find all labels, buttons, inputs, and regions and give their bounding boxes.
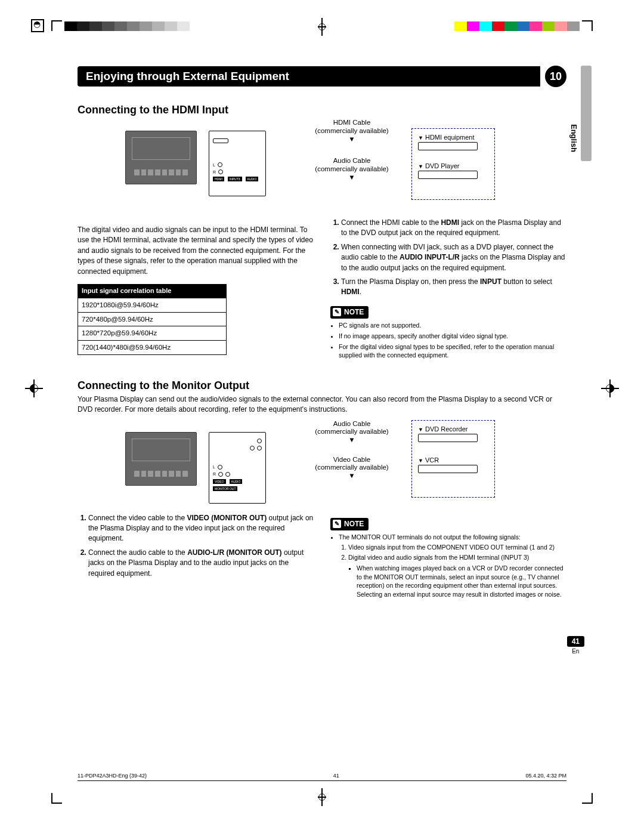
- audio-cable-label: Audio Cable: [310, 420, 394, 428]
- note-label: NOTE: [344, 519, 364, 529]
- down-arrow-icon: ▼: [418, 458, 423, 464]
- jack-l-label: L: [213, 465, 215, 469]
- footer-file: 11-PDP42A3HD-Eng (39-42): [78, 773, 147, 779]
- note-badge: ✎ NOTE: [330, 518, 369, 530]
- footer-page-num: 41: [333, 773, 339, 779]
- panel-audio-label: AUDIO: [230, 479, 243, 484]
- down-arrow-icon: ▼: [310, 135, 394, 144]
- device-icon: [418, 171, 478, 179]
- language-tab: English: [581, 66, 592, 161]
- step-1: Connect the video cable to the VIDEO (MO…: [88, 513, 314, 544]
- note-sub-text: Digital video and audio signals from the…: [348, 554, 529, 561]
- note-item: The MONITOR OUT terminals do not output …: [339, 533, 566, 599]
- grayscale-swatches: [64, 21, 190, 31]
- footer-timestamp: 05.4.20, 4:32 PM: [525, 773, 566, 779]
- hdmi-equipment-label: HDMI equipment: [425, 134, 475, 141]
- hdmi-intro-paragraph: The digital video and audio signals can …: [78, 225, 314, 277]
- note-badge: ✎ NOTE: [330, 306, 369, 319]
- step-text: Connect the audio cable to the: [88, 548, 187, 557]
- hdmi-cable-sub: (commercially available): [310, 127, 394, 135]
- video-cable-label: Video Cable: [310, 456, 394, 464]
- center-registration-icon: [317, 21, 327, 32]
- down-arrow-icon: ▼: [418, 427, 423, 433]
- center-registration-icon: [317, 792, 327, 803]
- footer-metadata: 11-PDP42A3HD-Eng (39-42) 41 05.4.20, 4:3…: [78, 773, 566, 781]
- output-panel-icon: L R VIDEO AUDIO MONITOR OUT: [209, 432, 266, 504]
- crop-mark-icon: [51, 20, 62, 31]
- down-arrow-icon: ▼: [418, 135, 423, 141]
- jack-l-label: L: [213, 163, 215, 167]
- panel-input3-label: INPUT3: [228, 177, 242, 181]
- table-header: Input signal correlation table: [78, 285, 226, 298]
- audio-cable-sub: (commercially available): [310, 428, 394, 436]
- chapter-title: Enjoying through External Equipment: [78, 66, 540, 87]
- pencil-icon: ✎: [333, 308, 341, 316]
- hdmi-connection-diagram: L R HDMI INPUT3 AUDIO HDMI Cable (commer…: [125, 119, 566, 214]
- signal-table: Input signal correlation table 1920*1080…: [78, 284, 227, 355]
- section-heading-hdmi: Connecting to the HDMI Input: [78, 104, 566, 116]
- panel-hdmi-label: HDMI: [213, 177, 224, 181]
- chapter-number-badge: 10: [545, 66, 566, 87]
- down-arrow-icon: ▼: [310, 174, 394, 182]
- table-row: 720(1440)*480i@59.94/60Hz: [78, 340, 226, 354]
- crop-mark-icon: [582, 793, 593, 804]
- audio-cable-sub: (commercially available): [310, 165, 394, 174]
- step-text: Connect the HDMI cable to the: [341, 218, 441, 227]
- step-text: Connect the video cable to the: [88, 514, 187, 522]
- pencil-icon: ✎: [333, 520, 341, 528]
- monitor-intro-paragraph: Your Plasma Display can send out the aud…: [78, 394, 566, 415]
- tv-rear-icon: [125, 131, 197, 184]
- step-text: Turn the Plasma Display on, then press t…: [341, 277, 480, 286]
- step-bold: INPUT: [480, 277, 501, 286]
- device-icon: [418, 142, 478, 150]
- video-cable-sub: (commercially available): [310, 464, 394, 472]
- color-swatches: [454, 21, 580, 31]
- side-registration-icon: [27, 382, 41, 395]
- note-item: If no image appears, specify another dig…: [339, 332, 566, 341]
- equipment-group: ▼ HDMI equipment ▼ DVD Player: [411, 128, 495, 200]
- step-1: Connect the HDMI cable to the HDMI jack …: [341, 218, 566, 239]
- note-sub-list: Video signals input from the COMPONENT V…: [339, 543, 566, 599]
- table-row: 1280*720p@59.94/60Hz: [78, 326, 226, 340]
- vcr-label: VCR: [425, 456, 439, 464]
- panel-audio-label: AUDIO: [246, 177, 259, 181]
- down-arrow-icon: ▼: [310, 436, 394, 445]
- crop-mark-icon: [582, 20, 593, 31]
- side-registration-icon: [603, 382, 617, 395]
- page-number-badge: 41: [567, 636, 584, 647]
- step-bold: VIDEO (MONITOR OUT): [187, 514, 267, 522]
- hdmi-cable-label: HDMI Cable: [310, 119, 394, 127]
- page-lang-abbrev: En: [567, 648, 584, 655]
- crop-mark-icon: [51, 793, 62, 804]
- language-label: English: [569, 124, 578, 152]
- note-item: For the digital video signal types to be…: [339, 342, 566, 360]
- jack-r-label: R: [213, 472, 216, 476]
- table-row: 1920*1080i@59.94/60Hz: [78, 298, 226, 312]
- registration-mark-icon: [31, 19, 44, 32]
- note-label: NOTE: [344, 307, 364, 317]
- equipment-group: ▼ DVD Recorder ▼ VCR: [411, 420, 495, 498]
- note-intro-text: The MONITOR OUT terminals do not output …: [339, 533, 521, 541]
- device-icon: [418, 465, 478, 473]
- note-sub-item: Digital video and audio signals from the…: [348, 553, 566, 598]
- note-item: PC signals are not supported.: [339, 321, 566, 330]
- step-text: button to select: [501, 277, 552, 286]
- tv-rear-icon: [125, 432, 197, 486]
- input-panel-icon: L R HDMI INPUT3 AUDIO: [209, 131, 266, 196]
- down-arrow-icon: ▼: [418, 163, 423, 169]
- step-bold: AUDIO INPUT-L/R: [400, 253, 460, 261]
- hdmi-steps: Connect the HDMI cable to the HDMI jack …: [330, 218, 566, 298]
- table-row: 720*480p@59.94/60Hz: [78, 312, 226, 326]
- panel-monitorout-label: MONITOR OUT: [213, 486, 237, 491]
- note-nested-item: When watching images played back on a VC…: [357, 564, 566, 599]
- note-list: PC signals are not supported. If no imag…: [330, 321, 566, 360]
- dvd-player-label: DVD Player: [425, 162, 459, 169]
- note-sub-item: Video signals input from the COMPONENT V…: [348, 543, 566, 552]
- step-2: When connecting with DVI jack, such as a…: [341, 242, 566, 273]
- step-bold: AUDIO-L/R (MONITOR OUT): [187, 548, 281, 557]
- device-icon: [418, 434, 478, 442]
- step-bold: HDMI: [441, 218, 459, 227]
- step-bold: HDMI: [341, 288, 360, 296]
- monitor-steps: Connect the video cable to the VIDEO (MO…: [78, 513, 314, 579]
- section-heading-monitor: Connecting to the Monitor Output: [78, 379, 566, 392]
